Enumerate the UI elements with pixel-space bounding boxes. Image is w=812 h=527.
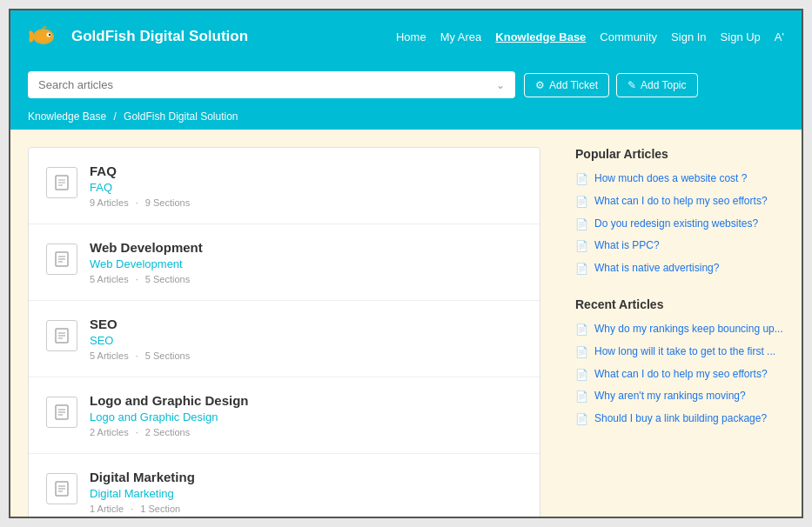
- topic-meta-logo: 2 Articles · 2 Sections: [90, 427, 522, 437]
- topics-card: FAQ FAQ 9 Articles · 9 Sections: [28, 147, 540, 517]
- article-icon: 📄: [575, 323, 588, 337]
- breadcrumb-bar: Knowledge Base / GoldFish Digital Soluti…: [10, 110, 802, 130]
- popular-articles-title: Popular Articles: [575, 147, 784, 161]
- article-icon: 📄: [575, 390, 588, 404]
- recent-articles-list: 📄 Why do my rankings keep bouncing up...…: [575, 322, 784, 427]
- list-item[interactable]: 📄 Should I buy a link building package?: [575, 411, 784, 427]
- topic-icon-web-dev: [46, 243, 77, 275]
- list-item[interactable]: 📄 How long will it take to get to the fi…: [575, 344, 784, 360]
- topic-icon: ✎: [627, 79, 636, 91]
- topic-icon-faq: [46, 167, 77, 198]
- chevron-down-icon: ⌄: [496, 79, 505, 91]
- breadcrumb-separator: /: [113, 110, 116, 123]
- nav-community[interactable]: Community: [600, 30, 657, 43]
- header: GoldFish Digital Solution Home My Area K…: [10, 10, 802, 63]
- topic-item: SEO SEO 5 Articles · 5 Sections: [29, 301, 540, 377]
- topic-meta-web-dev: 5 Articles · 5 Sections: [90, 274, 522, 284]
- topic-meta-faq: 9 Articles · 9 Sections: [90, 197, 522, 208]
- list-item[interactable]: 📄 What is native advertising?: [575, 261, 784, 277]
- svg-point-3: [49, 34, 50, 36]
- article-icon: 📄: [575, 368, 588, 383]
- action-buttons: ⚙ Add Ticket ✎ Add Topic: [524, 73, 698, 97]
- article-icon: 📄: [575, 217, 588, 232]
- list-item[interactable]: 📄 What can I do to help my seo efforts?: [575, 194, 784, 210]
- topic-info-digital: Digital Marketing Digital Marketing 1 Ar…: [90, 470, 522, 514]
- article-icon: 📄: [575, 412, 588, 427]
- search-wrapper: ⌄: [28, 71, 515, 98]
- topic-icon-digital: [46, 473, 77, 504]
- list-item[interactable]: 📄 What is PPC?: [575, 238, 784, 254]
- article-icon: 📄: [575, 345, 588, 360]
- topic-meta-digital: 1 Article · 1 Section: [90, 504, 522, 514]
- breadcrumb-current: GoldFish Digital Solution: [124, 110, 238, 123]
- topic-name-web-dev: Web Development: [90, 240, 522, 255]
- nav-accessibility[interactable]: A': [775, 30, 784, 43]
- search-input[interactable]: [38, 78, 496, 91]
- document-icon: [53, 250, 70, 268]
- topic-link-seo[interactable]: SEO: [90, 334, 522, 347]
- main-content: FAQ FAQ 9 Articles · 9 Sections: [10, 130, 802, 517]
- topic-item: Digital Marketing Digital Marketing 1 Ar…: [29, 454, 540, 517]
- breadcrumb-knowledge-base[interactable]: Knowledge Base: [28, 110, 106, 123]
- nav-home[interactable]: Home: [396, 30, 426, 43]
- topic-link-web-dev[interactable]: Web Development: [90, 257, 522, 270]
- sidebar-column: Popular Articles 📄 How much does a websi…: [558, 130, 802, 517]
- add-topic-button[interactable]: ✎ Add Topic: [616, 73, 697, 97]
- topic-info-faq: FAQ FAQ 9 Articles · 9 Sections: [90, 163, 522, 208]
- document-icon: [53, 404, 70, 421]
- topic-icon-logo: [46, 397, 77, 428]
- topic-item: Web Development Web Development 5 Articl…: [29, 224, 540, 301]
- article-icon: 📄: [575, 195, 588, 210]
- ticket-icon: ⚙: [535, 79, 545, 91]
- topic-link-logo[interactable]: Logo and Graphic Design: [90, 410, 522, 424]
- search-area: ⌄ ⚙ Add Ticket ✎ Add Topic: [10, 63, 802, 110]
- topic-link-faq[interactable]: FAQ: [90, 181, 522, 194]
- nav-knowledge-base[interactable]: Knowledge Base: [495, 30, 586, 43]
- document-icon: [53, 480, 70, 497]
- list-item[interactable]: 📄 Why aren't my rankings moving?: [575, 389, 784, 404]
- list-item[interactable]: 📄 What can I do to help my seo efforts?: [575, 367, 784, 383]
- topic-name-logo: Logo and Graphic Design: [90, 393, 522, 408]
- article-icon: 📄: [575, 172, 588, 187]
- topic-icon-seo: [46, 320, 77, 351]
- add-ticket-button[interactable]: ⚙ Add Ticket: [524, 73, 609, 97]
- breadcrumb: Knowledge Base / GoldFish Digital Soluti…: [28, 110, 784, 123]
- recent-articles-title: Recent Articles: [575, 297, 784, 311]
- logo-text: GoldFish Digital Solution: [71, 28, 248, 45]
- topic-info-logo: Logo and Graphic Design Logo and Graphic…: [90, 393, 522, 437]
- topic-link-digital[interactable]: Digital Marketing: [90, 487, 522, 500]
- nav-sign-in[interactable]: Sign In: [671, 30, 706, 43]
- nav-my-area[interactable]: My Area: [440, 30, 482, 43]
- nav-sign-up[interactable]: Sign Up: [721, 30, 761, 43]
- topic-name-seo: SEO: [90, 317, 522, 331]
- topics-column: FAQ FAQ 9 Articles · 9 Sections: [10, 130, 558, 517]
- topic-info-web-dev: Web Development Web Development 5 Articl…: [90, 240, 522, 284]
- article-icon: 📄: [575, 262, 588, 277]
- logo-icon: [28, 19, 63, 54]
- article-icon: 📄: [575, 239, 588, 254]
- logo-area: GoldFish Digital Solution: [28, 19, 248, 54]
- nav-links: Home My Area Knowledge Base Community Si…: [396, 30, 784, 43]
- topic-item: Logo and Graphic Design Logo and Graphic…: [29, 377, 540, 454]
- topic-name-digital: Digital Marketing: [90, 470, 522, 484]
- topic-info-seo: SEO SEO 5 Articles · 5 Sections: [90, 317, 522, 361]
- list-item[interactable]: 📄 Why do my rankings keep bouncing up...: [575, 322, 784, 337]
- list-item[interactable]: 📄 Do you redesign existing websites?: [575, 217, 784, 232]
- list-item[interactable]: 📄 How much does a website cost ?: [575, 171, 784, 187]
- topic-meta-seo: 5 Articles · 5 Sections: [90, 350, 522, 361]
- document-icon: [53, 327, 70, 344]
- topic-item: FAQ FAQ 9 Articles · 9 Sections: [29, 148, 540, 224]
- document-icon: [53, 174, 70, 191]
- popular-articles-list: 📄 How much does a website cost ? 📄 What …: [575, 171, 784, 277]
- topic-name-faq: FAQ: [90, 163, 522, 178]
